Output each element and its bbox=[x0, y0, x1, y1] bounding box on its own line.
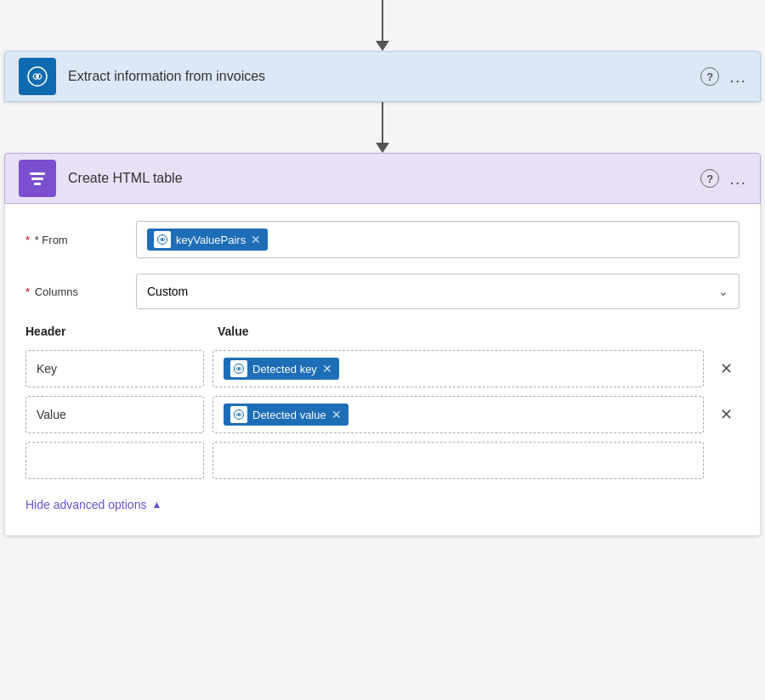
columns-value: Custom bbox=[147, 285, 188, 298]
from-required-star: * bbox=[26, 234, 30, 246]
html-table-card: Create HTML table ? ... * * From bbox=[4, 153, 761, 536]
svg-point-6 bbox=[162, 239, 163, 240]
row-key-delete-button[interactable]: ✕ bbox=[712, 359, 740, 378]
from-token-icon bbox=[154, 231, 171, 248]
html-table-more-icon[interactable]: ... bbox=[729, 169, 746, 189]
hide-advanced-options-link[interactable]: Hide advanced options ▲ bbox=[26, 494, 740, 515]
detected-key-chip: Detected key ✕ bbox=[224, 358, 339, 380]
row-key-header-cell[interactable]: Key bbox=[26, 350, 204, 387]
html-table-card-icon bbox=[19, 160, 56, 197]
detected-key-text: Detected key bbox=[252, 363, 317, 375]
columns-header: Header Value bbox=[26, 325, 740, 342]
row-empty-value-cell[interactable] bbox=[212, 442, 704, 479]
detected-value-remove[interactable]: ✕ bbox=[332, 409, 342, 421]
html-table-card-body: * * From keyValuePairs ✕ bbox=[4, 204, 761, 536]
columns-section: Header Value Key bbox=[26, 325, 740, 479]
row-value-header-text: Value bbox=[37, 408, 66, 421]
html-table-card-title: Create HTML table bbox=[68, 171, 700, 186]
detected-key-remove[interactable]: ✕ bbox=[322, 363, 332, 375]
value-col-label: Value bbox=[204, 325, 740, 338]
mid-arrow-connector bbox=[376, 102, 389, 153]
from-token-chip: keyValuePairs ✕ bbox=[147, 229, 268, 251]
svg-point-1 bbox=[36, 75, 39, 78]
from-input[interactable]: keyValuePairs ✕ bbox=[136, 221, 740, 258]
row-value-delete-button[interactable]: ✕ bbox=[712, 405, 740, 424]
html-table-card-actions: ? ... bbox=[700, 169, 746, 189]
row-key-value-cell[interactable]: Detected key ✕ bbox=[212, 350, 704, 387]
header-col-label: Header bbox=[26, 325, 204, 338]
table-row: Value Detected value bbox=[26, 396, 740, 433]
html-table-help-icon[interactable]: ? bbox=[700, 169, 719, 188]
columns-label: * Columns bbox=[26, 285, 136, 298]
from-token-remove[interactable]: ✕ bbox=[251, 234, 261, 246]
svg-point-10 bbox=[238, 414, 240, 415]
columns-row: * Columns Custom ⌄ bbox=[26, 274, 740, 309]
from-label: * * From bbox=[26, 234, 136, 246]
table-row bbox=[26, 442, 740, 479]
detected-value-chip-icon bbox=[230, 406, 247, 423]
hide-advanced-options-label: Hide advanced options bbox=[26, 498, 146, 511]
row-key-header-text: Key bbox=[37, 362, 57, 375]
extract-card-icon bbox=[19, 58, 56, 95]
extract-card-title: Extract information from invoices bbox=[68, 69, 700, 84]
svg-rect-3 bbox=[31, 178, 43, 180]
detected-value-chip: Detected value ✕ bbox=[224, 404, 348, 426]
svg-rect-4 bbox=[34, 183, 41, 185]
detected-value-text: Detected value bbox=[252, 409, 326, 421]
table-row: Key Detected key bbox=[26, 350, 740, 387]
top-arrow-connector bbox=[376, 0, 389, 51]
row-value-header-cell[interactable]: Value bbox=[26, 396, 204, 433]
advanced-options-chevron-icon: ▲ bbox=[151, 499, 162, 511]
from-token-text: keyValuePairs bbox=[176, 234, 246, 246]
row-value-value-cell[interactable]: Detected value ✕ bbox=[212, 396, 704, 433]
svg-rect-2 bbox=[30, 172, 45, 175]
detected-key-chip-icon bbox=[230, 360, 247, 377]
row-empty-header-cell[interactable] bbox=[26, 442, 204, 479]
columns-select[interactable]: Custom ⌄ bbox=[136, 274, 740, 309]
svg-point-8 bbox=[238, 368, 240, 370]
extract-more-icon[interactable]: ... bbox=[729, 67, 746, 87]
columns-chevron-icon: ⌄ bbox=[718, 285, 728, 298]
extract-card-header[interactable]: Extract information from invoices ? ... bbox=[4, 51, 761, 102]
columns-required-star: * bbox=[26, 285, 30, 298]
extract-help-icon[interactable]: ? bbox=[700, 67, 719, 86]
extract-card: Extract information from invoices ? ... bbox=[4, 51, 761, 102]
html-table-card-header[interactable]: Create HTML table ? ... bbox=[4, 153, 761, 204]
from-row: * * From keyValuePairs ✕ bbox=[26, 221, 740, 258]
extract-card-actions: ? ... bbox=[700, 67, 746, 87]
